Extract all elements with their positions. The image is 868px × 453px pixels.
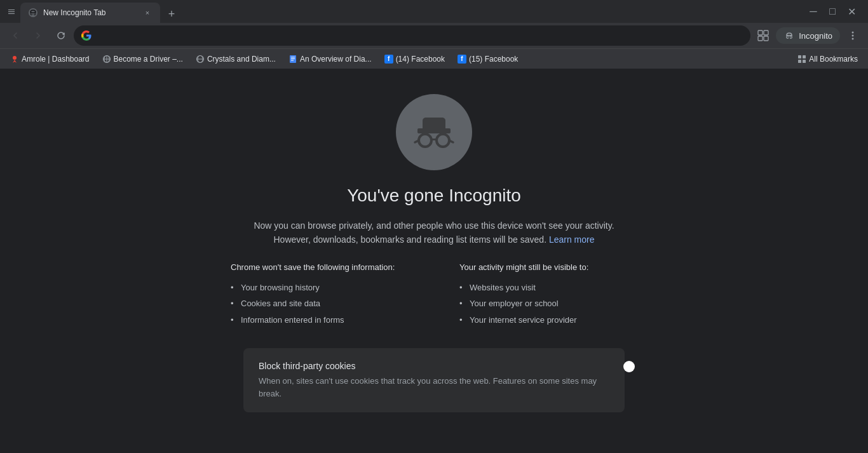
close-button[interactable]: ✕ xyxy=(843,3,860,20)
minimize-button[interactable]: ─ xyxy=(804,3,822,20)
description-line2: However, downloads, bookmarks and readin… xyxy=(273,234,546,245)
menu-button[interactable] xyxy=(843,25,863,46)
svg-rect-6 xyxy=(764,30,768,35)
incognito-icon-container xyxy=(396,94,472,170)
activity-visible-list: Websites you visit Your employer or scho… xyxy=(459,280,637,328)
svg-rect-30 xyxy=(803,60,806,63)
incognito-tab-favicon xyxy=(28,8,38,18)
bookmark-crystals-label: Crystals and Diam... xyxy=(207,55,276,64)
svg-point-14 xyxy=(852,32,854,34)
list-item-employer: Your employer or school xyxy=(459,295,637,312)
incognito-profile-button[interactable]: Incognito xyxy=(776,27,840,44)
bookmark-become-driver[interactable]: Become a Driver –... xyxy=(97,53,188,65)
window-controls: ─ □ ✕ xyxy=(799,3,865,20)
overview-favicon xyxy=(288,55,297,64)
all-bookmarks-label: All Bookmarks xyxy=(809,55,858,64)
bookmark-facebook15-label: (15) Facebook xyxy=(469,55,518,64)
amrole-favicon xyxy=(10,55,19,64)
list-item-forms: Information entered in forms xyxy=(231,312,409,328)
tab-list-button[interactable] xyxy=(3,3,20,20)
svg-rect-8 xyxy=(764,36,768,41)
list-item-cookies: Cookies and site data xyxy=(231,295,409,312)
browser-frame: New Incognito Tab × + ─ □ ✕ xyxy=(0,0,868,453)
all-bookmarks-button[interactable]: All Bookmarks xyxy=(792,53,863,65)
bookmarks-button[interactable] xyxy=(753,25,773,46)
bookmark-overview[interactable]: An Overview of Dia... xyxy=(283,53,377,65)
page-content: You've gone Incognito Now you can browse… xyxy=(0,69,868,453)
learn-more-link[interactable]: Learn more xyxy=(549,234,595,245)
become-driver-favicon xyxy=(102,55,111,64)
cookie-text: Block third-party cookies When on, sites… xyxy=(259,361,599,400)
bookmark-facebook15[interactable]: f (15) Facebook xyxy=(452,53,523,65)
chrome-wont-save-title: Chrome won't save the following informat… xyxy=(231,262,409,272)
svg-rect-27 xyxy=(798,55,801,58)
back-button[interactable] xyxy=(5,25,25,46)
forward-button[interactable] xyxy=(28,25,48,46)
google-logo xyxy=(81,30,92,41)
svg-rect-31 xyxy=(417,128,451,133)
svg-point-17 xyxy=(13,56,17,60)
activity-visible-column: Your activity might still be visible to:… xyxy=(459,262,637,328)
cookie-card: Block third-party cookies When on, sites… xyxy=(243,348,625,412)
cookie-title: Block third-party cookies xyxy=(259,361,599,371)
svg-rect-10 xyxy=(786,35,792,36)
info-columns: Chrome won't save the following informat… xyxy=(231,262,637,328)
svg-rect-7 xyxy=(758,36,763,41)
svg-point-16 xyxy=(852,38,854,40)
tab-close-button[interactable]: × xyxy=(142,8,153,18)
tab-strip: New Incognito Tab × + xyxy=(20,0,799,23)
svg-rect-4 xyxy=(32,13,34,15)
cookie-description: When on, sites can't use cookies that tr… xyxy=(259,375,599,400)
bookmarks-bar: Amrole | Dashboard Become a Driver –... … xyxy=(0,48,868,69)
crystals-favicon xyxy=(196,55,205,64)
incognito-page-icon xyxy=(411,109,457,155)
bookmark-facebook14-label: (14) Facebook xyxy=(396,55,445,64)
address-bar[interactable] xyxy=(74,25,750,46)
svg-point-15 xyxy=(852,35,854,37)
chrome-wont-save-list: Your browsing history Cookies and site d… xyxy=(231,280,409,328)
activity-visible-title: Your activity might still be visible to: xyxy=(459,262,637,272)
bookmark-crystals[interactable]: Crystals and Diam... xyxy=(191,53,281,65)
maximize-button[interactable]: □ xyxy=(824,3,841,20)
description: Now you can browse privately, and other … xyxy=(254,219,614,247)
description-line1: Now you can browse privately, and other … xyxy=(254,220,614,231)
facebook14-favicon: f xyxy=(384,55,393,64)
list-item-websites: Websites you visit xyxy=(459,280,637,296)
bookmark-facebook14[interactable]: f (14) Facebook xyxy=(379,53,450,65)
page-title: You've gone Incognito xyxy=(347,186,521,206)
all-bookmarks-icon xyxy=(797,55,806,64)
title-bar: New Incognito Tab × + ─ □ ✕ xyxy=(0,0,868,23)
list-item-browsing-history: Your browsing history xyxy=(231,280,409,296)
bookmark-overview-label: An Overview of Dia... xyxy=(300,55,372,64)
chrome-wont-save-column: Chrome won't save the following informat… xyxy=(231,262,409,328)
active-tab[interactable]: New Incognito Tab × xyxy=(20,3,160,23)
svg-rect-13 xyxy=(789,37,790,39)
reload-button[interactable] xyxy=(51,25,71,46)
new-tab-button[interactable]: + xyxy=(163,5,180,23)
svg-rect-29 xyxy=(798,60,801,63)
tab-title: New Incognito Tab xyxy=(43,8,137,17)
incognito-label: Incognito xyxy=(799,31,832,41)
bookmark-amrole[interactable]: Amrole | Dashboard xyxy=(5,53,95,65)
incognito-profile-icon xyxy=(783,30,795,41)
svg-point-33 xyxy=(419,134,431,147)
facebook15-favicon: f xyxy=(458,55,466,64)
list-item-isp: Your internet service provider xyxy=(459,312,637,328)
toolbar: Incognito xyxy=(0,23,868,48)
svg-point-34 xyxy=(437,134,449,147)
svg-rect-5 xyxy=(758,30,763,35)
svg-rect-28 xyxy=(803,55,806,58)
bookmark-amrole-label: Amrole | Dashboard xyxy=(22,55,90,64)
bookmark-become-driver-label: Become a Driver –... xyxy=(114,55,183,64)
